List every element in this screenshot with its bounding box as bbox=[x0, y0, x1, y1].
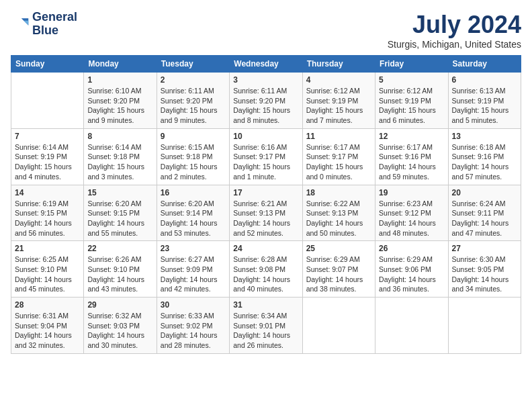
day-number: 22 bbox=[87, 244, 152, 253]
day-info: Sunrise: 6:30 AM Sunset: 9:05 PM Dayligh… bbox=[452, 255, 517, 294]
day-number: 17 bbox=[233, 188, 298, 197]
day-number: 29 bbox=[87, 300, 152, 310]
day-info: Sunrise: 6:12 AM Sunset: 9:19 PM Dayligh… bbox=[306, 86, 371, 126]
day-info: Sunrise: 6:18 AM Sunset: 9:16 PM Dayligh… bbox=[452, 142, 517, 182]
calendar-cell: 17Sunrise: 6:21 AM Sunset: 9:13 PM Dayli… bbox=[230, 185, 302, 241]
day-number: 9 bbox=[161, 132, 226, 141]
calendar-cell: 7Sunrise: 6:14 AM Sunset: 9:19 PM Daylig… bbox=[11, 128, 84, 185]
day-info: Sunrise: 6:20 AM Sunset: 9:15 PM Dayligh… bbox=[87, 199, 152, 238]
day-info: Sunrise: 6:16 AM Sunset: 9:17 PM Dayligh… bbox=[233, 142, 298, 182]
header-row: SundayMondayTuesdayWednesdayThursdayFrid… bbox=[11, 56, 521, 73]
day-number: 8 bbox=[87, 132, 152, 141]
calendar-cell: 31Sunrise: 6:34 AM Sunset: 9:01 PM Dayli… bbox=[230, 298, 302, 354]
weekday-header-monday: Monday bbox=[84, 56, 157, 73]
calendar-week-5: 28Sunrise: 6:31 AM Sunset: 9:04 PM Dayli… bbox=[11, 298, 521, 354]
calendar-body: 1Sunrise: 6:10 AM Sunset: 9:20 PM Daylig… bbox=[11, 73, 521, 354]
calendar-cell: 16Sunrise: 6:20 AM Sunset: 9:14 PM Dayli… bbox=[157, 185, 229, 241]
calendar-cell: 25Sunrise: 6:29 AM Sunset: 9:07 PM Dayli… bbox=[302, 241, 375, 298]
day-number: 2 bbox=[161, 75, 226, 85]
main-title: July 2024 bbox=[388, 11, 521, 39]
day-info: Sunrise: 6:14 AM Sunset: 9:18 PM Dayligh… bbox=[87, 142, 152, 182]
logo: General Blue bbox=[11, 11, 77, 38]
day-number: 28 bbox=[15, 300, 80, 310]
day-number: 3 bbox=[233, 75, 298, 85]
calendar-header: SundayMondayTuesdayWednesdayThursdayFrid… bbox=[11, 56, 521, 73]
calendar-cell: 26Sunrise: 6:29 AM Sunset: 9:06 PM Dayli… bbox=[375, 241, 448, 298]
day-number: 24 bbox=[233, 244, 298, 253]
logo-icon bbox=[11, 15, 30, 34]
day-number: 6 bbox=[452, 75, 517, 85]
day-number: 7 bbox=[15, 132, 80, 141]
calendar-cell: 2Sunrise: 6:11 AM Sunset: 9:20 PM Daylig… bbox=[157, 73, 229, 129]
day-info: Sunrise: 6:17 AM Sunset: 9:16 PM Dayligh… bbox=[379, 142, 444, 182]
calendar-cell: 14Sunrise: 6:19 AM Sunset: 9:15 PM Dayli… bbox=[11, 185, 84, 241]
calendar-cell: 8Sunrise: 6:14 AM Sunset: 9:18 PM Daylig… bbox=[84, 128, 157, 185]
day-info: Sunrise: 6:17 AM Sunset: 9:17 PM Dayligh… bbox=[306, 142, 371, 182]
calendar-cell: 15Sunrise: 6:20 AM Sunset: 9:15 PM Dayli… bbox=[84, 185, 157, 241]
calendar-cell: 21Sunrise: 6:25 AM Sunset: 9:10 PM Dayli… bbox=[11, 241, 84, 298]
svg-rect-0 bbox=[11, 15, 30, 34]
calendar-cell: 23Sunrise: 6:27 AM Sunset: 9:09 PM Dayli… bbox=[157, 241, 229, 298]
day-info: Sunrise: 6:19 AM Sunset: 9:15 PM Dayligh… bbox=[15, 199, 80, 238]
weekday-header-tuesday: Tuesday bbox=[157, 56, 229, 73]
weekday-header-saturday: Saturday bbox=[448, 56, 521, 73]
calendar-cell: 13Sunrise: 6:18 AM Sunset: 9:16 PM Dayli… bbox=[448, 128, 521, 185]
day-info: Sunrise: 6:33 AM Sunset: 9:02 PM Dayligh… bbox=[161, 311, 226, 351]
day-info: Sunrise: 6:31 AM Sunset: 9:04 PM Dayligh… bbox=[15, 311, 80, 351]
calendar-cell: 4Sunrise: 6:12 AM Sunset: 9:19 PM Daylig… bbox=[302, 73, 375, 129]
day-info: Sunrise: 6:29 AM Sunset: 9:07 PM Dayligh… bbox=[306, 255, 371, 294]
calendar-cell: 3Sunrise: 6:11 AM Sunset: 9:20 PM Daylig… bbox=[230, 73, 302, 129]
calendar-week-1: 1Sunrise: 6:10 AM Sunset: 9:20 PM Daylig… bbox=[11, 73, 521, 129]
calendar-cell: 10Sunrise: 6:16 AM Sunset: 9:17 PM Dayli… bbox=[230, 128, 302, 185]
day-info: Sunrise: 6:21 AM Sunset: 9:13 PM Dayligh… bbox=[233, 199, 298, 238]
day-info: Sunrise: 6:32 AM Sunset: 9:03 PM Dayligh… bbox=[87, 311, 152, 351]
title-block: July 2024 Sturgis, Michigan, United Stat… bbox=[388, 11, 521, 50]
calendar-cell bbox=[11, 73, 84, 129]
calendar-cell: 28Sunrise: 6:31 AM Sunset: 9:04 PM Dayli… bbox=[11, 298, 84, 354]
subtitle: Sturgis, Michigan, United States bbox=[388, 39, 521, 50]
day-info: Sunrise: 6:23 AM Sunset: 9:12 PM Dayligh… bbox=[379, 199, 444, 238]
calendar-cell: 22Sunrise: 6:26 AM Sunset: 9:10 PM Dayli… bbox=[84, 241, 157, 298]
day-number: 1 bbox=[87, 75, 152, 85]
day-number: 12 bbox=[379, 132, 444, 141]
calendar-cell: 29Sunrise: 6:32 AM Sunset: 9:03 PM Dayli… bbox=[84, 298, 157, 354]
day-info: Sunrise: 6:12 AM Sunset: 9:19 PM Dayligh… bbox=[379, 86, 444, 126]
logo-text: General Blue bbox=[32, 11, 77, 38]
calendar-cell: 9Sunrise: 6:15 AM Sunset: 9:18 PM Daylig… bbox=[157, 128, 229, 185]
calendar-cell: 11Sunrise: 6:17 AM Sunset: 9:17 PM Dayli… bbox=[302, 128, 375, 185]
calendar-week-3: 14Sunrise: 6:19 AM Sunset: 9:15 PM Dayli… bbox=[11, 185, 521, 241]
calendar-week-2: 7Sunrise: 6:14 AM Sunset: 9:19 PM Daylig… bbox=[11, 128, 521, 185]
day-number: 18 bbox=[306, 188, 371, 197]
day-info: Sunrise: 6:26 AM Sunset: 9:10 PM Dayligh… bbox=[87, 255, 152, 294]
calendar-cell bbox=[375, 298, 448, 354]
day-info: Sunrise: 6:28 AM Sunset: 9:08 PM Dayligh… bbox=[233, 255, 298, 294]
day-info: Sunrise: 6:22 AM Sunset: 9:13 PM Dayligh… bbox=[306, 199, 371, 238]
day-number: 13 bbox=[452, 132, 517, 141]
day-number: 10 bbox=[233, 132, 298, 141]
logo-line1: General bbox=[32, 11, 77, 24]
day-number: 23 bbox=[161, 244, 226, 253]
calendar-cell: 19Sunrise: 6:23 AM Sunset: 9:12 PM Dayli… bbox=[375, 185, 448, 241]
calendar-cell: 6Sunrise: 6:13 AM Sunset: 9:19 PM Daylig… bbox=[448, 73, 521, 129]
day-number: 4 bbox=[306, 75, 371, 85]
day-number: 16 bbox=[161, 188, 226, 197]
day-info: Sunrise: 6:10 AM Sunset: 9:20 PM Dayligh… bbox=[87, 86, 152, 126]
day-number: 25 bbox=[306, 244, 371, 253]
day-number: 11 bbox=[306, 132, 371, 141]
calendar-cell: 5Sunrise: 6:12 AM Sunset: 9:19 PM Daylig… bbox=[375, 73, 448, 129]
day-number: 19 bbox=[379, 188, 444, 197]
weekday-header-sunday: Sunday bbox=[11, 56, 84, 73]
calendar-cell: 30Sunrise: 6:33 AM Sunset: 9:02 PM Dayli… bbox=[157, 298, 229, 354]
day-info: Sunrise: 6:25 AM Sunset: 9:10 PM Dayligh… bbox=[15, 255, 80, 294]
day-info: Sunrise: 6:15 AM Sunset: 9:18 PM Dayligh… bbox=[161, 142, 226, 182]
day-number: 20 bbox=[452, 188, 517, 197]
calendar-cell: 20Sunrise: 6:24 AM Sunset: 9:11 PM Dayli… bbox=[448, 185, 521, 241]
calendar-week-4: 21Sunrise: 6:25 AM Sunset: 9:10 PM Dayli… bbox=[11, 241, 521, 298]
day-info: Sunrise: 6:11 AM Sunset: 9:20 PM Dayligh… bbox=[161, 86, 226, 126]
day-info: Sunrise: 6:13 AM Sunset: 9:19 PM Dayligh… bbox=[452, 86, 517, 126]
calendar-table: SundayMondayTuesdayWednesdayThursdayFrid… bbox=[11, 55, 521, 354]
day-number: 31 bbox=[233, 300, 298, 310]
day-info: Sunrise: 6:24 AM Sunset: 9:11 PM Dayligh… bbox=[452, 199, 517, 238]
calendar-cell: 12Sunrise: 6:17 AM Sunset: 9:16 PM Dayli… bbox=[375, 128, 448, 185]
day-number: 26 bbox=[379, 244, 444, 253]
